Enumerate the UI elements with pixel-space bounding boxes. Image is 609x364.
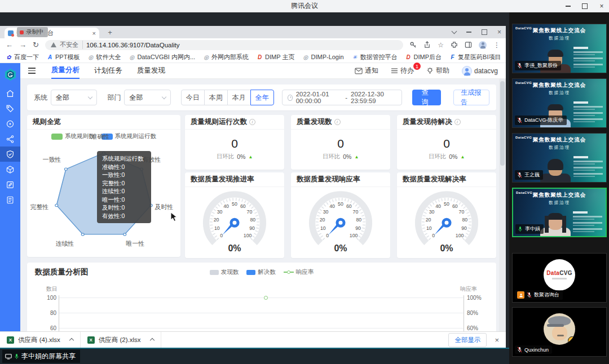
sidebar-item-edit[interactable] — [0, 177, 20, 192]
svg-text:40: 40 — [223, 203, 229, 209]
participant-tile[interactable]: DataCVG 聚焦数聚线上交流会 数据治理 王之巍 — [512, 133, 607, 183]
mic-on-icon — [14, 353, 19, 359]
info-icon[interactable]: i — [249, 119, 255, 125]
maximize-icon[interactable] — [581, 2, 589, 10]
sidebar-item-home[interactable] — [0, 86, 20, 101]
forward-icon[interactable]: → — [19, 41, 27, 49]
download-file[interactable]: X 供应商 (2).xlsx — [81, 332, 161, 348]
tab-quality-analysis[interactable]: 质量分析 — [51, 63, 80, 79]
bookmark-item[interactable]: DDIMP 主页 — [257, 53, 294, 61]
chrome-minimize-icon[interactable] — [466, 32, 471, 32]
svg-text:50: 50 — [444, 201, 449, 207]
new-tab-button[interactable]: + — [105, 28, 115, 37]
close-downloads-icon[interactable]: × — [495, 336, 499, 344]
sidebar-item-document[interactable] — [0, 192, 20, 207]
dept-select[interactable]: 全部 — [124, 90, 170, 105]
query-button[interactable]: 查询 — [412, 90, 441, 105]
baidu-icon: ✿ — [6, 54, 12, 60]
gridline — [59, 328, 464, 329]
back-icon[interactable]: ← — [6, 41, 13, 49]
legend-system-rules[interactable]: 系统规则数 — [51, 132, 95, 140]
sidebar-item-cube[interactable] — [0, 162, 20, 177]
info-icon[interactable]: i — [334, 119, 341, 125]
participant-tile-active[interactable]: DataCVG 聚焦数聚线上交流会 数据治理 李中娟 — [512, 188, 607, 237]
chrome-menu-chevron-icon[interactable] — [452, 29, 457, 34]
scrollbar-thumb[interactable] — [500, 81, 505, 166]
chevron-up-icon[interactable] — [149, 338, 154, 343]
legend-swatch — [210, 270, 219, 275]
slide-subtitle: 数据治理 — [513, 90, 606, 96]
bookmark-item[interactable]: APPT模板 — [47, 53, 80, 61]
legend-resolved[interactable]: 解决数 — [246, 268, 276, 276]
info-icon[interactable]: i — [454, 119, 461, 125]
range-today-button[interactable]: 今日 — [181, 90, 205, 105]
sidebar-item-quality-shield[interactable] — [0, 147, 20, 162]
chrome-close-icon[interactable]: × — [497, 28, 501, 36]
notice-button[interactable]: 通知 — [355, 66, 378, 76]
participant-tile[interactable]: DataCVG 数聚咨询台 — [512, 253, 607, 303]
minimize-icon[interactable] — [564, 2, 572, 10]
todo-button[interactable]: 待办 1 — [391, 66, 414, 76]
user-menu[interactable]: datacvg — [462, 66, 498, 76]
chevron-up-icon[interactable] — [69, 338, 74, 343]
key-icon[interactable] — [409, 41, 417, 48]
screen-share-status[interactable]: 李中娟的屏幕共享 — [2, 350, 80, 363]
gauge-chart: 010 2030 4050 6070 8090 100 — [185, 187, 284, 257]
tab-quality-findings[interactable]: 质量发现 — [137, 63, 165, 79]
range-month-button[interactable]: 本月 — [227, 90, 251, 105]
sidebar-item-compass[interactable] — [0, 116, 20, 131]
profile-avatar-icon[interactable] — [479, 41, 487, 49]
legend-response-rate[interactable]: 响应率 — [284, 268, 314, 276]
svg-text:10: 10 — [214, 225, 220, 231]
gauge-chart: 010 2030 4050 6070 8090 100 — [397, 187, 496, 257]
address-bar[interactable]: 不安全 106.14.106.36:9107/DataQuality — [45, 40, 403, 50]
globe-icon: ◎ — [302, 54, 308, 60]
bookmark-item[interactable]: DDIMP后台 — [405, 53, 442, 61]
svg-text:70: 70 — [247, 209, 253, 215]
generate-report-button[interactable]: 生成报告 — [453, 90, 489, 105]
bookmark-item[interactable]: ◎软件大全 — [87, 53, 121, 61]
user-avatar — [462, 66, 472, 76]
toolbar-icons: ☆ ⋮ — [409, 41, 500, 49]
download-file[interactable]: X 供应商 (4).xlsx — [0, 332, 81, 348]
bookmark-item[interactable]: ✿百度一下 — [6, 53, 39, 61]
share-icon[interactable] — [423, 41, 431, 48]
url-text[interactable]: 106.14.106.36:9107/DataQuality — [86, 42, 180, 48]
screen: 腾讯会议 × 数聚治理平台 × + 录制中 — [0, 0, 609, 364]
sidebar-item-share[interactable] — [0, 131, 20, 147]
participant-tile[interactable]: DataCVG 聚焦数聚线上交流会 数据治理 DataCVG-陈庆华 — [512, 78, 607, 128]
bookmark-item[interactable]: ◎外网内部系统 — [203, 53, 249, 61]
date-range-picker[interactable]: 2022-01-01 00:00:00 - 2022-12-30 23:59:5… — [282, 90, 403, 105]
reload-icon[interactable]: ↻ — [33, 41, 39, 49]
chrome-maximize-icon[interactable] — [482, 29, 487, 35]
tab-close-icon[interactable]: × — [92, 30, 96, 37]
help-button[interactable]: 帮助 — [426, 66, 449, 76]
user-name: datacvg — [474, 67, 498, 75]
host-badge-icon — [517, 291, 524, 299]
trend-up-icon: ▲ — [460, 154, 465, 159]
side-panel-icon[interactable] — [465, 41, 472, 48]
bookmark-item[interactable]: F复星医药BI项目 — [449, 53, 501, 61]
bookmark-item[interactable]: ◎DIMP-Login — [302, 54, 343, 60]
close-icon[interactable]: × — [598, 2, 606, 10]
participant-nametag: DataCVG-陈庆华 — [515, 116, 567, 125]
show-all-downloads-button[interactable]: 全部显示 — [448, 333, 487, 347]
range-year-button[interactable]: 全年 — [250, 90, 274, 105]
globe-icon: ◎ — [129, 54, 135, 60]
hamburger-icon[interactable] — [28, 68, 36, 73]
range-week-button[interactable]: 本周 — [204, 90, 228, 105]
trend-up-icon: ▲ — [248, 154, 253, 159]
bookmark-star-icon[interactable]: ☆ — [438, 41, 444, 49]
tab-planned-tasks[interactable]: 计划任务 — [94, 63, 122, 79]
bookmark-item[interactable]: ✳数据管控平台 — [352, 53, 398, 61]
kebab-menu-icon[interactable]: ⋮ — [493, 41, 500, 49]
page-scrollbar[interactable] — [499, 79, 506, 331]
system-select[interactable]: 全部 — [51, 90, 97, 105]
bookmark-item[interactable]: ◎DataCVGBI 内网内... — [129, 53, 195, 61]
participant-tile[interactable]: DataCVG 聚焦数聚线上交流会 数据治理 李强_数聚股份 — [512, 24, 607, 73]
participant-tile[interactable]: Quxinchun — [512, 307, 607, 357]
app-logo[interactable] — [0, 63, 20, 86]
legend-findings[interactable]: 发现数 — [210, 268, 239, 276]
extensions-puzzle-icon[interactable] — [451, 41, 458, 48]
sidebar-item-tag[interactable] — [0, 101, 20, 116]
